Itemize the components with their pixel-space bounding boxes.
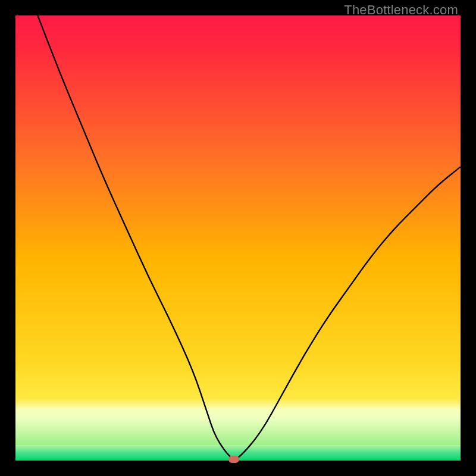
watermark-text: TheBottleneck.com bbox=[344, 2, 458, 18]
chart-frame bbox=[15, 15, 461, 461]
gradient-background bbox=[15, 15, 461, 461]
